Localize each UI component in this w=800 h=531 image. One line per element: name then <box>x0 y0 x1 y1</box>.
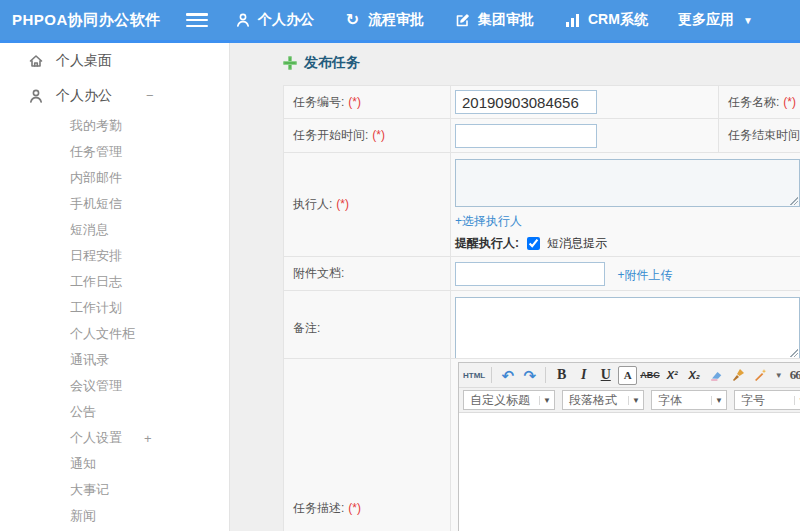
sidebar-item-news[interactable]: 新闻 <box>0 503 229 529</box>
collapse-icon[interactable]: − <box>146 88 154 103</box>
bar-chart-icon <box>564 14 581 27</box>
caret-down-icon[interactable]: ▼ <box>775 371 783 380</box>
sidebar-item-personal-office[interactable]: 个人办公 − <box>0 78 229 113</box>
expand-icon[interactable]: + <box>144 431 152 446</box>
quick-format-wand-icon[interactable] <box>751 366 770 385</box>
add-plus-icon <box>283 56 297 70</box>
person-icon <box>234 12 251 29</box>
executor-label: 执行人:(*) <box>284 153 451 257</box>
table-row: 任务开始时间:(*) 任务结束时间:(*) <box>284 119 800 153</box>
sidebar-item-task-management[interactable]: 任务管理 <box>0 139 229 165</box>
nav-label: CRM系统 <box>588 11 648 29</box>
required-mark: (*) <box>783 95 796 109</box>
nav-more-apps[interactable]: 更多应用 ▼ <box>678 11 753 29</box>
nav-personal-office[interactable]: 个人办公 <box>234 11 314 29</box>
redo-icon[interactable]: ↷ <box>520 366 539 385</box>
start-time-input[interactable] <box>455 124 597 148</box>
start-time-label: 任务开始时间:(*) <box>284 119 451 153</box>
strikethrough-button[interactable]: ABC <box>640 366 660 385</box>
table-row: 任务描述:(*) HTML ↶ ↷ B I U A <box>284 359 800 531</box>
sidebar-item-mobile-sms[interactable]: 手机短信 <box>0 191 229 217</box>
required-mark: (*) <box>336 197 349 211</box>
sidebar-item-label: 个人办公 <box>56 87 112 105</box>
resize-grip-icon[interactable] <box>789 196 798 205</box>
eraser-icon[interactable] <box>707 366 726 385</box>
start-time-cell <box>451 119 719 153</box>
editor-body[interactable] <box>459 413 800 531</box>
nav-label: 更多应用 <box>678 11 734 29</box>
sidebar-item-work-plan[interactable]: 工作计划 <box>0 295 229 321</box>
task-name-label: 任务名称:(*) <box>719 86 800 119</box>
person-icon <box>28 88 44 104</box>
italic-button[interactable]: I <box>574 366 593 385</box>
sidebar-item-label: 任务管理 <box>70 143 122 161</box>
menu-toggle-icon[interactable] <box>186 13 208 27</box>
font-style-button[interactable]: A <box>618 366 637 385</box>
sidebar-item-personal-cabinet[interactable]: 个人文件柜 <box>0 321 229 347</box>
sidebar-item-internal-mail[interactable]: 内部邮件 <box>0 165 229 191</box>
font-family-select[interactable]: 字体▼ <box>651 390 727 410</box>
sidebar-item-contacts[interactable]: 通讯录 <box>0 347 229 373</box>
page-title: 发布任务 <box>283 54 360 72</box>
caret-down-icon: ▼ <box>539 396 551 405</box>
description-cell: HTML ↶ ↷ B I U A ABC X² X₂ <box>451 359 800 531</box>
sidebar-item-meeting-management[interactable]: 会议管理 <box>0 373 229 399</box>
html-source-button[interactable]: HTML <box>463 366 485 385</box>
font-size-select[interactable]: 字号▼ <box>734 390 800 410</box>
sidebar-item-schedule[interactable]: 日程安排 <box>0 243 229 269</box>
end-time-label: 任务结束时间:(*) <box>719 119 800 153</box>
sidebar-item-short-message[interactable]: 短消息 <box>0 217 229 243</box>
format-brush-icon[interactable] <box>729 366 748 385</box>
resize-grip-icon[interactable] <box>789 348 798 357</box>
sidebar-item-announcement[interactable]: 公告 <box>0 399 229 425</box>
brand-logo: PHPOA协同办公软件 <box>0 11 186 30</box>
editor-toolbar-row1: HTML ↶ ↷ B I U A ABC X² X₂ <box>459 363 800 388</box>
remark-textarea[interactable] <box>455 297 800 359</box>
sidebar: 个人桌面 个人办公 − 我的考勤 任务管理 内部邮件 手机短信 短消息 日程安排… <box>0 43 230 531</box>
sidebar-item-label: 工作日志 <box>70 273 122 291</box>
sidebar-item-personal-desktop[interactable]: 个人桌面 <box>0 43 229 78</box>
sidebar-item-label: 手机短信 <box>70 195 122 213</box>
required-mark: (*) <box>372 128 385 142</box>
caret-down-icon: ▼ <box>794 396 800 405</box>
subscript-button[interactable]: X₂ <box>685 366 704 385</box>
nav-group-approval[interactable]: 集团审批 <box>454 11 534 29</box>
attachment-upload-link[interactable]: +附件上传 <box>617 268 672 282</box>
sidebar-item-my-attendance[interactable]: 我的考勤 <box>0 113 229 139</box>
sidebar-item-work-log[interactable]: 工作日志 <box>0 269 229 295</box>
editor-toolbar-row2: 自定义标题▼ 段落格式▼ 字体▼ 字号▼ <box>459 388 800 413</box>
table-row: 任务编号:(*) 任务名称:(*) <box>284 86 800 119</box>
superscript-button[interactable]: X² <box>663 366 682 385</box>
bold-button[interactable]: B <box>552 366 571 385</box>
caret-down-icon: ▼ <box>628 396 640 405</box>
custom-heading-select[interactable]: 自定义标题▼ <box>463 390 555 410</box>
nav-label: 个人办公 <box>258 11 314 29</box>
task-number-label: 任务编号:(*) <box>284 86 451 119</box>
paragraph-format-select[interactable]: 段落格式▼ <box>562 390 644 410</box>
sidebar-item-memorabilia[interactable]: 大事记 <box>0 477 229 503</box>
rich-text-editor: HTML ↶ ↷ B I U A ABC X² X₂ <box>458 362 800 531</box>
remark-cell <box>451 291 800 366</box>
sidebar-item-label: 个人设置 <box>70 429 122 447</box>
underline-button[interactable]: U <box>596 366 615 385</box>
sidebar-item-label: 新闻 <box>70 507 96 525</box>
toolbar-separator <box>491 367 492 383</box>
sidebar-item-label: 短消息 <box>70 221 109 239</box>
nav-process-approval[interactable]: ↻ 流程审批 <box>344 11 424 29</box>
sidebar-item-notice[interactable]: 通知 <box>0 451 229 477</box>
task-number-input[interactable] <box>455 90 597 114</box>
toolbar-separator <box>545 367 546 383</box>
task-form-table: 任务编号:(*) 任务名称:(*) 任务开始时间:(*) 任务结束时间 <box>283 85 800 366</box>
undo-icon[interactable]: ↶ <box>498 366 517 385</box>
attachment-input[interactable] <box>455 262 605 286</box>
sms-remind-checkbox[interactable] <box>527 237 540 250</box>
required-mark: (*) <box>348 95 361 109</box>
sidebar-item-personal-settings[interactable]: 个人设置 + <box>0 425 229 451</box>
choose-executor-link[interactable]: +选择执行人 <box>455 214 522 228</box>
description-label: 任务描述:(*) <box>284 359 451 531</box>
sidebar-item-label: 内部邮件 <box>70 169 122 187</box>
nav-crm-system[interactable]: CRM系统 <box>564 11 648 29</box>
executor-textarea[interactable] <box>455 159 800 207</box>
page-title-text: 发布任务 <box>304 54 360 72</box>
blockquote-button[interactable]: 66 <box>786 366 800 385</box>
